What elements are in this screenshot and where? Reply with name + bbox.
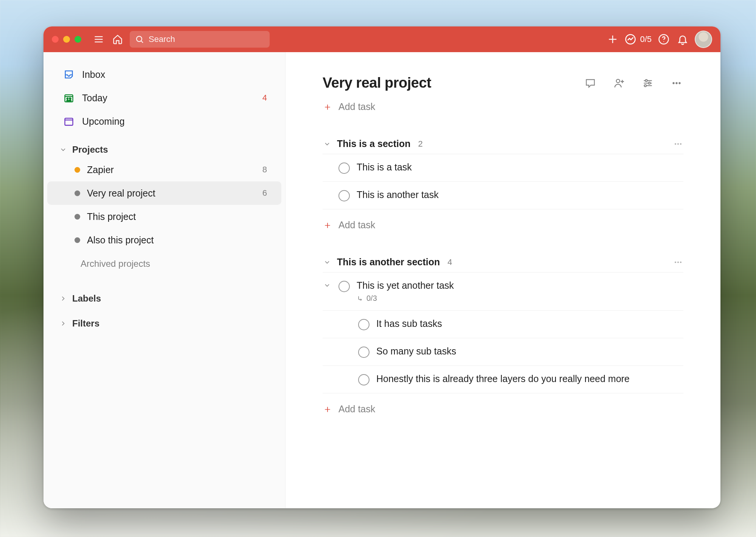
search-icon [135, 35, 144, 44]
task-title: This is a task [357, 162, 683, 173]
more-icon[interactable] [670, 76, 683, 90]
svg-point-32 [675, 143, 676, 144]
subtask-row[interactable]: It has sub tasks [323, 311, 683, 338]
task-row[interactable]: This is yet another task 0/3 [323, 272, 683, 311]
project-name: Also this project [87, 235, 154, 246]
subtask-row[interactable]: Honestly this is already three layers do… [323, 366, 683, 393]
chevron-right-icon [59, 295, 68, 302]
section-more-icon[interactable] [673, 139, 683, 149]
task-title: So many sub tasks [376, 346, 456, 357]
svg-point-3 [137, 36, 142, 42]
quick-add-icon[interactable] [606, 32, 619, 46]
chevron-down-icon[interactable] [323, 282, 332, 289]
project-color-dot [75, 167, 80, 173]
archived-label: Archived projects [81, 258, 150, 269]
labels-label: Labels [72, 293, 101, 304]
task-checkbox[interactable] [338, 190, 350, 201]
chevron-down-icon [59, 146, 68, 153]
today-count: 4 [262, 93, 267, 103]
filters-header[interactable]: Filters [43, 307, 285, 332]
plus-icon: ＋ [323, 218, 332, 232]
task-row[interactable]: This is another task [323, 182, 683, 209]
chevron-down-icon [323, 140, 332, 148]
home-icon[interactable] [111, 32, 124, 46]
minimize-window-icon[interactable] [63, 36, 70, 43]
section-title: This is a section [337, 138, 411, 149]
task-row[interactable]: This is a task [323, 154, 683, 182]
svg-point-26 [645, 79, 647, 81]
window-controls [52, 36, 81, 43]
svg-line-4 [141, 41, 143, 43]
task-checkbox[interactable] [338, 162, 350, 174]
svg-point-27 [648, 82, 650, 84]
subtask-count: 0/3 [357, 294, 683, 303]
svg-point-35 [675, 261, 676, 263]
section-title: This is another section [337, 257, 440, 268]
sidebar-item-project[interactable]: Zapier 8 [47, 158, 281, 181]
task-title: This is yet another task [357, 280, 683, 291]
subtask-row[interactable]: So many sub tasks [323, 338, 683, 366]
comments-icon[interactable] [584, 76, 597, 90]
project-color-dot [75, 190, 80, 196]
page-title: Very real project [323, 75, 431, 91]
sidebar-item-inbox[interactable]: Inbox [47, 63, 281, 86]
sidebar-item-upcoming[interactable]: Upcoming [47, 110, 281, 133]
help-icon[interactable] [657, 32, 671, 46]
labels-header[interactable]: Labels [43, 273, 285, 307]
main-panel: Very real project ＋ [286, 52, 720, 508]
sidebar-item-project[interactable]: Very real project 6 [47, 181, 281, 205]
search-input[interactable] [149, 34, 264, 44]
view-options-icon[interactable] [641, 76, 655, 90]
svg-point-36 [677, 261, 679, 263]
sidebar-item-label: Upcoming [82, 116, 125, 127]
add-task-button[interactable]: ＋Add task [323, 209, 683, 235]
add-task-label: Add task [338, 404, 375, 415]
svg-point-37 [680, 261, 681, 263]
task-checkbox[interactable] [358, 319, 369, 330]
app-window: 0/5 Inbox 12 Today 4 [43, 26, 720, 508]
inbox-icon [62, 69, 75, 80]
svg-text:12: 12 [67, 97, 71, 102]
task-checkbox[interactable] [358, 347, 369, 358]
svg-point-28 [644, 85, 646, 87]
task-checkbox[interactable] [358, 374, 369, 385]
svg-point-9 [663, 41, 664, 42]
sidebar-item-project[interactable]: This project [47, 205, 281, 228]
section-more-icon[interactable] [673, 257, 683, 268]
sidebar-item-label: Today [82, 93, 107, 104]
section-header[interactable]: This is a section 2 [323, 138, 683, 154]
section-count: 2 [418, 139, 423, 149]
upcoming-icon [62, 116, 75, 127]
sidebar: Inbox 12 Today 4 Upcoming Projects [43, 52, 286, 508]
task-checkbox[interactable] [338, 281, 350, 292]
project-name: Zapier [87, 164, 114, 175]
section-count: 4 [447, 257, 452, 267]
section-header[interactable]: This is another section 4 [323, 257, 683, 272]
maximize-window-icon[interactable] [75, 36, 81, 43]
menu-icon[interactable] [92, 32, 106, 46]
add-task-button[interactable]: ＋Add task [323, 393, 683, 419]
filters-label: Filters [72, 318, 99, 329]
chevron-down-icon [323, 258, 332, 266]
projects-header[interactable]: Projects [43, 133, 285, 158]
notifications-icon[interactable] [676, 32, 689, 46]
task-title: Honestly this is already three layers do… [376, 373, 630, 384]
sidebar-item-project[interactable]: Also this project [47, 228, 281, 252]
task-title: This is another task [357, 189, 683, 200]
add-task-button[interactable]: ＋ Add task [323, 91, 683, 117]
project-header: Very real project [323, 75, 683, 91]
project-count: 6 [262, 188, 267, 198]
today-icon: 12 [62, 93, 75, 103]
search-box[interactable] [130, 31, 270, 48]
add-task-label: Add task [338, 101, 375, 112]
svg-point-31 [678, 82, 680, 84]
close-window-icon[interactable] [52, 36, 59, 43]
share-icon[interactable] [612, 76, 626, 90]
archived-projects[interactable]: Archived projects [43, 252, 285, 273]
productivity-button[interactable]: 0/5 [625, 34, 652, 45]
sidebar-item-today[interactable]: 12 Today 4 [47, 86, 281, 110]
sidebar-item-label: Inbox [82, 69, 105, 80]
svg-point-20 [616, 79, 620, 82]
avatar[interactable] [695, 31, 712, 48]
add-task-label: Add task [338, 220, 375, 231]
